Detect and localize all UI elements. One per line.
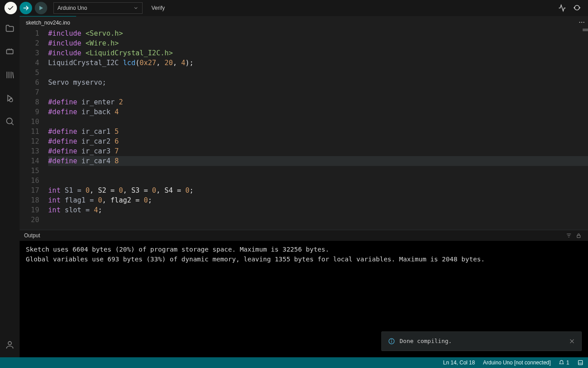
- code-line[interactable]: int S1 = 0, S2 = 0, S3 = 0, S4 = 0;: [48, 186, 588, 195]
- svg-point-27: [392, 340, 392, 340]
- info-icon: [388, 338, 395, 345]
- output-filter-button[interactable]: [564, 232, 574, 239]
- svg-line-12: [12, 72, 13, 79]
- tab-label: sketch_nov24c.ino: [26, 20, 70, 26]
- code-editor[interactable]: 1234567891011121314151617181920 #include…: [20, 29, 588, 230]
- code-line[interactable]: int flag1 = 0, flag2 = 0;: [48, 195, 588, 205]
- code-line[interactable]: int slot = 4;: [48, 205, 588, 215]
- code-line[interactable]: [48, 117, 588, 127]
- sidebar-folder[interactable]: [4, 23, 15, 34]
- main-area: sketch_nov24c.ino 1234567891011121314151…: [0, 16, 588, 357]
- toast-close-button[interactable]: [569, 338, 575, 344]
- output-lock-button[interactable]: [574, 232, 584, 239]
- line-gutter: 1234567891011121314151617181920: [20, 29, 48, 230]
- svg-point-18: [579, 22, 580, 23]
- debug-button[interactable]: [35, 2, 47, 14]
- sidebar-debug[interactable]: [4, 93, 15, 103]
- code-line[interactable]: [48, 176, 588, 186]
- verify-button[interactable]: [4, 2, 17, 14]
- filter-icon: [566, 232, 572, 239]
- svg-point-3: [580, 8, 580, 8]
- output-panel: Output Sketch uses 6604 bytes (20%) of p…: [20, 230, 588, 357]
- magnify-dot-icon: [573, 4, 581, 12]
- status-notifications[interactable]: 1: [559, 360, 569, 366]
- svg-rect-30: [578, 360, 582, 364]
- code-line[interactable]: LiquidCrystal_I2C lcd(0x27, 20, 4);: [48, 58, 588, 68]
- svg-rect-24: [577, 235, 580, 237]
- code-line[interactable]: Servo myservo;: [48, 78, 588, 87]
- svg-marker-13: [8, 95, 12, 101]
- library-icon: [5, 70, 15, 80]
- minimap-marker[interactable]: [583, 29, 588, 31]
- top-toolbar: Arduino Uno Verify: [0, 0, 588, 16]
- code-line[interactable]: [48, 166, 588, 176]
- code-line[interactable]: #define ir_back 4: [48, 107, 588, 117]
- status-cursor[interactable]: Ln 14, Col 18: [443, 360, 475, 366]
- svg-marker-1: [40, 6, 43, 10]
- panel-icon: [577, 360, 584, 366]
- code-line[interactable]: #define ir_car1 5: [48, 127, 588, 136]
- activity-icon: [558, 4, 566, 12]
- play-debug-icon: [38, 5, 44, 11]
- svg-point-17: [8, 342, 11, 345]
- svg-line-16: [12, 123, 14, 125]
- close-icon: [569, 338, 575, 344]
- arrow-right-icon: [22, 4, 29, 12]
- user-icon: [5, 340, 15, 350]
- sidebar-account[interactable]: [4, 339, 15, 350]
- left-sidebar: [0, 16, 20, 357]
- compile-toast: Done compiling.: [381, 331, 582, 351]
- status-notifications-count: 1: [566, 360, 569, 366]
- svg-point-4: [574, 8, 575, 8]
- tabs-more-button[interactable]: [576, 16, 588, 29]
- editor-tabs: sketch_nov24c.ino: [20, 16, 588, 29]
- debug-icon: [5, 93, 15, 103]
- svg-rect-5: [7, 50, 13, 54]
- code-line[interactable]: [48, 87, 588, 97]
- sidebar-library[interactable]: [4, 70, 15, 80]
- board-icon: [5, 47, 15, 57]
- output-line: Sketch uses 6604 bytes (20%) of program …: [26, 244, 582, 254]
- svg-point-20: [584, 22, 584, 23]
- code-line[interactable]: #define ir_car3 7: [48, 146, 588, 156]
- svg-point-15: [7, 118, 12, 124]
- folder-icon: [5, 24, 15, 33]
- code-line[interactable]: #include <LiquidCrystal_I2C.h>: [48, 48, 588, 58]
- output-body[interactable]: Sketch uses 6604 bytes (20%) of program …: [20, 241, 588, 357]
- sidebar-search[interactable]: [4, 116, 15, 127]
- code-line[interactable]: [48, 215, 588, 225]
- code-line[interactable]: [48, 68, 588, 78]
- code-line[interactable]: #define ir_car4 8: [48, 156, 588, 166]
- status-board[interactable]: Arduino Uno [not connected]: [483, 360, 551, 366]
- check-icon: [7, 4, 14, 12]
- code-line[interactable]: #include <Servo.h>: [48, 29, 588, 38]
- status-close-panel[interactable]: [577, 360, 584, 366]
- serial-monitor-button[interactable]: [571, 2, 584, 14]
- code-content[interactable]: #include <Servo.h>#include <Wire.h>#incl…: [48, 29, 588, 230]
- chevron-down-icon: [133, 5, 139, 11]
- board-select-dropdown[interactable]: Arduino Uno: [53, 2, 143, 14]
- lock-icon: [576, 232, 582, 239]
- verify-text: Verify: [151, 5, 165, 11]
- sidebar-boards[interactable]: [4, 46, 15, 57]
- statusbar: Ln 14, Col 18 Arduino Uno [not connected…: [0, 357, 588, 368]
- code-line[interactable]: #define ir_enter 2: [48, 97, 588, 107]
- toast-text: Done compiling.: [400, 336, 452, 346]
- output-header: Output: [20, 230, 588, 241]
- code-line[interactable]: #define ir_car2 6: [48, 136, 588, 146]
- svg-point-2: [575, 5, 580, 10]
- bell-icon: [559, 360, 564, 366]
- output-line: Global variables use 693 bytes (33%) of …: [26, 254, 582, 264]
- code-line[interactable]: #include <Wire.h>: [48, 38, 588, 48]
- board-select-label: Arduino Uno: [57, 5, 87, 11]
- serial-plotter-button[interactable]: [556, 2, 568, 14]
- tab-sketch[interactable]: sketch_nov24c.ino: [20, 16, 76, 29]
- search-icon: [5, 116, 15, 126]
- svg-point-19: [581, 22, 582, 23]
- editor-area: sketch_nov24c.ino 1234567891011121314151…: [20, 16, 588, 357]
- ellipsis-icon: [578, 19, 585, 26]
- upload-button[interactable]: [20, 2, 32, 14]
- output-title: Output: [24, 232, 40, 239]
